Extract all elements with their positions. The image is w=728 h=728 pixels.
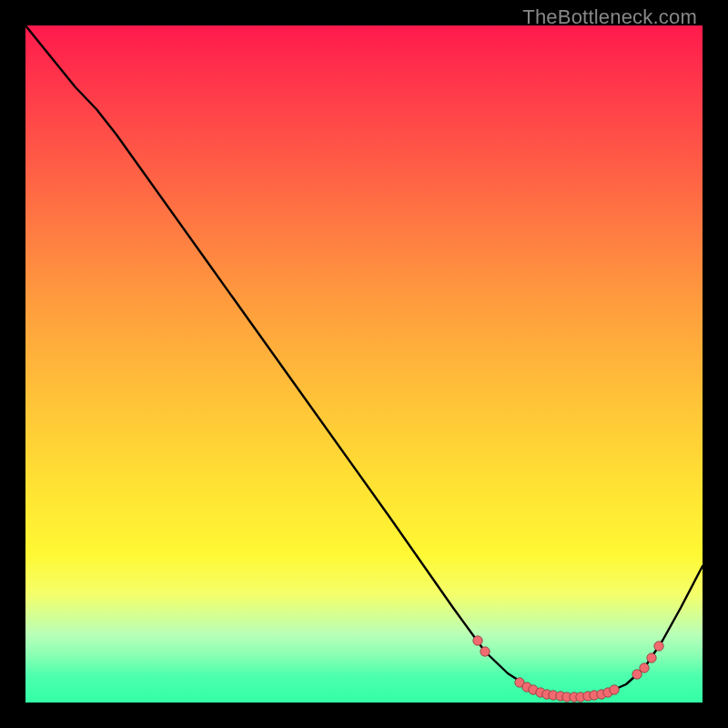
curve-dot (640, 663, 649, 672)
bottleneck-curve (25, 25, 703, 697)
curve-dot (610, 685, 619, 694)
chart-svg (25, 25, 703, 703)
curve-dot (654, 642, 663, 651)
curve-dot (647, 653, 656, 662)
curve-dot (473, 636, 482, 645)
chart-frame (25, 25, 703, 703)
curve-dot (480, 647, 490, 656)
